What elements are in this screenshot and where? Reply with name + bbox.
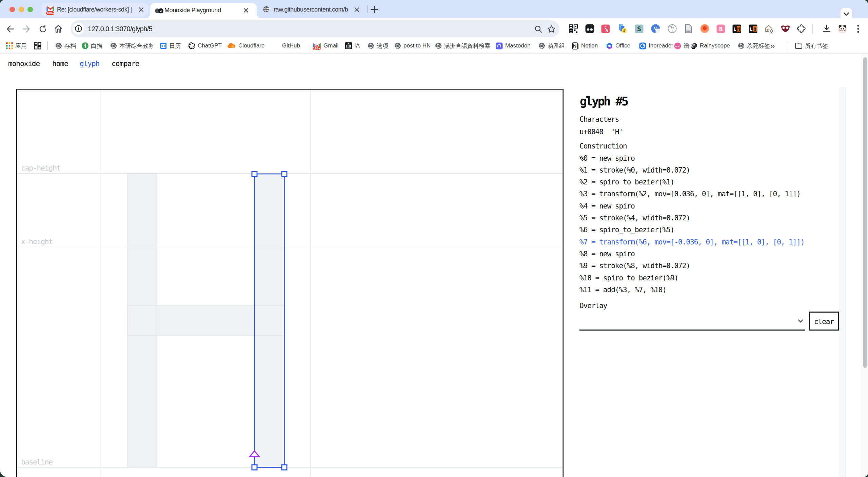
bookmark-osu[interactable]: osu! 谱 [674, 38, 689, 53]
save-pages-blue-icon[interactable] [618, 24, 627, 35]
construction-line-highlighted[interactable]: %7 = transform(%6, mov=[-0.036, 0], mat=… [579, 238, 805, 246]
folder-icon [795, 42, 803, 49]
profile-avatar[interactable] [838, 24, 847, 35]
tab-curve-left-mask [146, 14, 150, 18]
construction-line[interactable]: %2 = spiro_to_bezier(%1) [579, 178, 674, 186]
right-stem-fill[interactable] [255, 174, 284, 467]
traffic-light-minimize[interactable] [19, 7, 24, 12]
magnifier-icon[interactable] [534, 25, 542, 33]
svg-text:S: S [637, 25, 641, 33]
window-scrollbar-thumb[interactable] [863, 57, 867, 368]
palm-circle-icon[interactable] [668, 24, 677, 35]
bookmark-ia[interactable]: IA [345, 38, 360, 53]
bookmark-jiaowu[interactable]: 本研综合教务 [110, 38, 154, 53]
reeder-orange-icon[interactable] [700, 24, 709, 35]
translate-pink-icon[interactable]: 文 A [601, 24, 610, 35]
house-zero-icon[interactable]: 0 [764, 24, 774, 35]
bookmark-post-to-hn[interactable]: post to HN [394, 38, 431, 53]
construction-line[interactable]: %8 = new spiro [579, 250, 635, 258]
bookmark-cloudflare[interactable]: Cloudflare [227, 38, 265, 53]
tab-search-button[interactable] [841, 8, 852, 20]
reload-button[interactable] [38, 24, 47, 35]
bookmark-cundang[interactable]: 存档 [55, 38, 76, 53]
bookmark-office[interactable]: Office [606, 38, 630, 53]
menu-dots-icon[interactable] [855, 24, 861, 35]
bookmarks-overflow-button[interactable]: » [770, 38, 775, 53]
gmail-badge: 100+ [313, 47, 320, 50]
address-bar[interactable]: 127.0.0.1:3070/glyph/5 [71, 20, 559, 37]
svg-text:V: V [654, 26, 657, 31]
tab-title: raw.githubusercontent.com/b [274, 6, 348, 13]
qr-code-icon[interactable] [569, 24, 578, 35]
all-bookmarks-button[interactable]: 所有书签 [795, 38, 828, 53]
left-stem-fill[interactable] [127, 174, 157, 467]
tab-title: Re: [cloudflare/workers-sdk] | [57, 6, 132, 13]
dark-two-dots-icon[interactable] [585, 24, 594, 35]
construction-line[interactable]: %3 = transform(%2, mov=[0.036, 0], mat=[… [579, 190, 801, 198]
construction-line[interactable]: %9 = stroke(%8, width=0.072) [579, 262, 690, 270]
tab-raw-githubusercontent[interactable]: raw.githubusercontent.com/b [259, 3, 365, 17]
mask-darkred-icon[interactable] [781, 25, 790, 34]
tab-gmail[interactable]: 100+ Re: [cloudflare/workers-sdk] | [41, 3, 148, 17]
close-icon[interactable] [242, 7, 250, 15]
construction-line[interactable]: %0 = new spiro [579, 154, 635, 162]
glyph-shape-H[interactable] [127, 174, 284, 468]
traffic-light-zoom[interactable] [27, 7, 33, 12]
lh-black-orange-icon[interactable]: L H [732, 24, 741, 35]
bookmark-chatgpt[interactable]: ChatGPT [189, 38, 222, 53]
construction-line[interactable]: %10 = spiro_to_bezier(%9) [579, 274, 678, 282]
construction-line[interactable]: %4 = new spiro [579, 202, 635, 210]
tab-monoxide-playground[interactable]: Monoxide Playground [150, 3, 257, 18]
new-tab-button[interactable] [370, 5, 379, 15]
star-icon[interactable] [547, 25, 556, 33]
close-icon[interactable] [138, 6, 145, 15]
overlay-select[interactable] [579, 312, 805, 332]
tab-divider [367, 5, 368, 13]
handle-bottom-right [282, 465, 287, 470]
traffic-light-close[interactable] [9, 7, 15, 12]
document-gray-icon[interactable] [684, 24, 693, 35]
clear-button[interactable]: clear [809, 312, 839, 331]
b-pink-icon[interactable]: B [716, 24, 725, 35]
v-blue-circle-icon[interactable]: V [651, 24, 660, 35]
nav-link-home[interactable]: home [52, 60, 68, 68]
bookmark-grid[interactable] [34, 38, 41, 53]
bookmark-label: 萌番组 [548, 42, 565, 50]
bookmark-gmail[interactable]: 100+ Gmail [313, 38, 338, 53]
guide-lines [16, 89, 564, 477]
bookmark-label: Office [615, 42, 630, 49]
forward-button[interactable] [22, 24, 31, 35]
lh-black-orange-icon-2[interactable]: L H [749, 24, 757, 35]
bookmark-calendar[interactable]: 17 日历 [160, 38, 181, 53]
panel-scrollbar-track[interactable] [840, 87, 846, 477]
nav-link-glyph[interactable]: glyph [80, 60, 99, 68]
bookmark-baimiao[interactable]: 白描 [82, 38, 102, 53]
bookmark-label: 本研综合教务 [119, 42, 154, 50]
nav-link-compare[interactable]: compare [112, 60, 139, 68]
bookmark-github[interactable]: GitHub [273, 38, 300, 53]
s-teal-icon[interactable]: S [635, 24, 644, 35]
nav-brand-monoxide[interactable]: monoxide [8, 60, 40, 68]
glyph-canvas[interactable]: cap-height x-height baseline [16, 89, 564, 477]
home-button[interactable] [54, 24, 63, 35]
bookmark-mengfanzu[interactable]: 萌番组 [538, 38, 565, 53]
bookmark-shasi[interactable]: 杀死标签 [738, 38, 770, 53]
construction-line[interactable]: %6 = spiro_to_bezier(%5) [579, 226, 674, 234]
bookmark-mastodon[interactable]: Mastodon [496, 38, 531, 53]
construction-line[interactable]: %5 = stroke(%4, width=0.072) [579, 214, 690, 222]
back-button[interactable] [6, 24, 15, 35]
close-icon[interactable] [353, 6, 360, 15]
bookmark-inoreader[interactable]: Inoreader [639, 38, 673, 53]
bookmark-apps[interactable]: 应用 [6, 38, 27, 53]
bookmark-notion[interactable]: Notion [572, 38, 598, 53]
bookmark-xuanxiang[interactable]: 选项 [368, 38, 388, 53]
bookmark-label: 应用 [15, 42, 27, 50]
bookmark-label: 所有书签 [805, 42, 828, 50]
bookmark-rainyscope[interactable]: Rainyscope [690, 38, 730, 53]
bookmark-manchu[interactable]: 满洲言語資料検索 [435, 38, 490, 53]
downloads-icon[interactable] [822, 24, 831, 35]
puzzle-extensions-icon[interactable] [797, 24, 806, 35]
construction-line[interactable]: %11 = add(%3, %7, %10) [579, 286, 666, 294]
url-text[interactable]: 127.0.0.1:3070/glyph/5 [88, 25, 152, 33]
construction-line[interactable]: %1 = stroke(%0, width=0.072) [579, 166, 690, 174]
